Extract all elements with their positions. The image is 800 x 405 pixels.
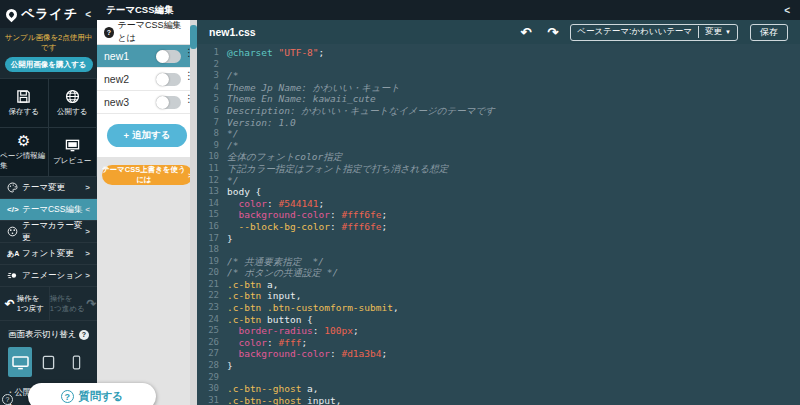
menu-label: テーマ変更 [22,182,85,194]
code-line: 10全体のフォントcolor指定 [197,151,800,163]
code-line: 30.c-btn--ghost a, [197,383,800,395]
panel-scrollbar[interactable] [190,20,197,405]
css-overwrite-help-button[interactable]: テーマCSS上書きを使うには > [102,165,193,185]
css-toggle[interactable] [156,96,181,109]
add-css-button[interactable]: + 追加する [107,124,187,147]
css-item-new1[interactable]: new1 ⋮ [97,45,197,68]
code-line: 12*/ [197,175,800,187]
base-theme-select[interactable]: ベーステーマ:かわいいテーマ 変更 ▼ [570,24,738,41]
redo-button[interactable]: 操作を1つ進める ↷ [49,287,98,320]
code-line: 2 [197,59,800,71]
action-label: 保存する [9,107,39,117]
code-line: 29 [197,372,800,384]
chevron-left-icon: < [85,205,90,214]
sidebar: ペライチ < サンプル画像を2点使用中です 公開用画像を購入する 保存する 公開… [0,0,97,405]
globe-icon [65,89,80,104]
code-icon: </> [7,205,22,214]
tablet-view-button[interactable] [36,347,60,377]
code-line: 1@charset "UTF-8"; [197,47,800,59]
code-line: 21.c-btn a, [197,279,800,291]
plus-icon: + [123,130,129,141]
code-line: 5Theme En Name: kawaii_cute [197,93,800,105]
phone-view-button[interactable] [65,347,89,377]
code-line: 22.c-btn input, [197,290,800,302]
color-palette-icon [7,226,22,237]
font-icon: あA [7,249,22,259]
action-grid: 保存する 公開する ⚙ ページ情報編集 プレビュー [0,78,97,177]
panel-title: テーマCSS編集 [97,0,197,20]
redo-icon[interactable]: ↷ [543,25,562,40]
undo-icon: ↶ [5,297,15,311]
action-label: ページ情報編集 [0,151,48,171]
code-area[interactable]: 1@charset "UTF-8";23/*4Theme Jp Name: かわ… [197,44,800,405]
phone-icon [72,355,81,370]
css-toggle[interactable] [156,73,181,86]
sidebar-item-font-change[interactable]: あA フォント変更 > [0,243,97,265]
editor-top-strip: < [197,0,800,20]
code-line: 17} [197,233,800,245]
change-theme-button[interactable]: 変更 ▼ [698,26,737,38]
menu-label: テーマカラー変更 [22,220,85,244]
css-item-new3[interactable]: new3 ⋮ [97,91,197,114]
undo-redo-row: ↶ 操作を1つ戻す 操作を1つ進める ↷ [0,287,97,321]
menu-label: フォント変更 [22,248,85,260]
animation-icon [7,270,22,281]
save-css-button[interactable]: 保存 [750,24,788,41]
palette-icon [7,182,22,193]
code-line: 23.c-btn .btn-customform-submit, [197,302,800,314]
chevron-right-icon: > [85,249,90,258]
code-line: 11下記カラー指定はフォント指定で打ち消される想定 [197,163,800,175]
action-label: 公開する [57,107,87,117]
code-line: 20/* ボタンの共通設定 */ [197,267,800,279]
editor-toolbar: new1.css ↶ ↷ ベーステーマ:かわいいテーマ 変更 ▼ 保存 [197,20,800,44]
chevron-right-icon: > [85,183,90,192]
code-line: 4Theme Jp Name: かわいい・キュート [197,82,800,94]
code-line: 16 --block-bg-color: #fff6fe; [197,221,800,233]
menu-label: アニメーション [22,270,85,282]
sample-usage-notice: サンプル画像を2点使用中です [0,28,97,56]
save-page-button[interactable]: 保存する [0,79,49,128]
caret-down-icon: ▼ [725,29,731,35]
undo-icon[interactable]: ↶ [516,25,535,40]
code-line: 8*/ [197,128,800,140]
sidebar-item-theme-color-change[interactable]: テーマカラー変更 > [0,221,97,243]
css-toggle[interactable] [156,50,181,63]
publish-button[interactable]: 公開する [49,79,98,128]
theme-css-panel: テーマCSS編集 ? テーマCSS編集とは new1 ⋮ new2 ⋮ new3… [97,0,197,405]
code-line: 15 background-color: #fff6fe; [197,209,800,221]
gear-icon: ⚙ [17,133,30,148]
chevron-right-icon: > [85,227,90,236]
desktop-view-button[interactable] [8,347,32,377]
help-icon[interactable]: ? [79,330,89,340]
preview-button[interactable]: プレビュー [49,128,98,177]
panel-scrollbar-thumb[interactable] [190,25,197,49]
css-item-new2[interactable]: new2 ⋮ [97,68,197,91]
sidebar-item-theme-change[interactable]: テーマ変更 > [0,177,97,199]
logo-row: ペライチ < [0,0,97,28]
base-theme-label: ベーステーマ:かわいいテーマ [571,26,698,38]
code-line: 25 border-radius: 100px; [197,325,800,337]
logo[interactable]: ペライチ [21,5,85,23]
page-info-edit-button[interactable]: ⚙ ページ情報編集 [0,128,49,177]
filename: new1.css [209,26,508,38]
code-line: 19/* 共通要素指定 */ [197,256,800,268]
code-line: 14 color: #544141; [197,198,800,210]
code-line: 18 [197,244,800,256]
ask-question-button[interactable]: ? 質問する [28,383,156,405]
corner-help-icon[interactable]: ? [2,394,13,405]
code-line: 3/* [197,70,800,82]
code-line: 6Description: かわいい・キュートなイメージのテーマです [197,105,800,117]
buy-images-button[interactable]: 公開用画像を購入する [5,57,93,72]
redo-icon: ↷ [87,297,97,311]
undo-button[interactable]: ↶ 操作を1つ戻す [0,287,49,320]
code-line: 28} [197,360,800,372]
css-editor: < new1.css ↶ ↷ ベーステーマ:かわいいテーマ 変更 ▼ 保存 1@… [197,0,800,405]
sidebar-collapse-icon[interactable]: < [85,9,91,20]
sidebar-item-animation[interactable]: アニメーション > [0,265,97,287]
sidebar-item-theme-css-edit[interactable]: </> テーマCSS編集 < [0,199,97,221]
tablet-icon [42,355,55,370]
monitor-icon [65,138,80,153]
editor-collapse-icon[interactable]: < [784,5,790,16]
display-switch-label: 画面表示切り替え ? [0,321,97,345]
about-theme-css-link[interactable]: ? テーマCSS編集とは [97,20,197,45]
